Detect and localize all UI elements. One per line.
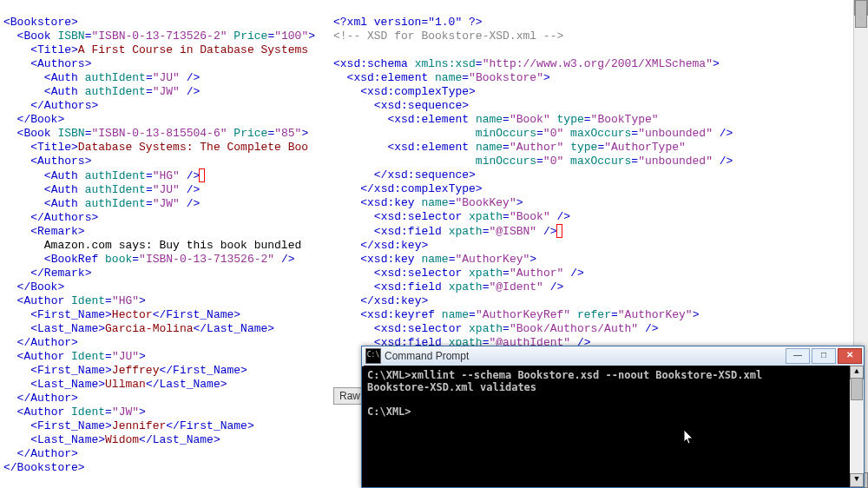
scroll-thumb[interactable] [855, 0, 867, 28]
cursor [556, 224, 562, 238]
minimize-button[interactable]: — [786, 348, 810, 364]
xml-editor-left[interactable]: <Bookstore> <Book ISBN="ISBN-0-13-713526… [0, 0, 333, 488]
cursor [199, 168, 205, 182]
command-prompt-window: C:\ Command Prompt — □ ✕ C:\XML>xmllint … [361, 346, 865, 488]
scroll-down-icon[interactable]: ▼ [850, 473, 864, 487]
scroll-thumb[interactable] [851, 378, 863, 400]
window-title: Command Prompt [385, 350, 784, 362]
maximize-button[interactable]: □ [812, 348, 836, 364]
terminal-body[interactable]: C:\XML>xmllint --schema Bookstore.xsd --… [364, 366, 850, 485]
cmd-icon: C:\ [365, 348, 381, 364]
terminal-scrollbar[interactable]: ▲ ▼ [850, 366, 864, 487]
close-button[interactable]: ✕ [838, 348, 862, 364]
window-titlebar[interactable]: C:\ Command Prompt — □ ✕ [362, 346, 864, 366]
